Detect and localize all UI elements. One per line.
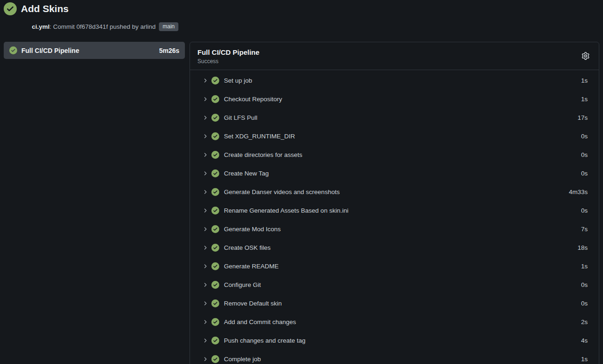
step-row[interactable]: Git LFS Pull 17s: [190, 108, 599, 127]
step-duration: 1s: [581, 263, 588, 270]
step-name: Set XDG_RUNTIME_DIR: [224, 133, 581, 140]
step-row[interactable]: Create directories for assets 0s: [190, 145, 599, 164]
step-duration: 1s: [581, 96, 588, 103]
step-duration: 0s: [581, 170, 588, 177]
step-duration: 7s: [581, 226, 588, 233]
step-row[interactable]: Set XDG_RUNTIME_DIR 0s: [190, 127, 599, 145]
step-duration: 0s: [581, 281, 588, 288]
step-success-icon: [211, 169, 219, 177]
step-success-icon: [211, 225, 219, 233]
step-success-icon: [211, 151, 219, 159]
step-duration: 0s: [581, 133, 588, 140]
step-row[interactable]: Generate Mod Icons 7s: [190, 220, 599, 238]
step-name: Create New Tag: [224, 170, 581, 177]
step-row[interactable]: Checkout Repository 1s: [190, 90, 599, 108]
sidebar-job-full-pipeline[interactable]: Full CI/CD Pipeline 5m26s: [4, 42, 185, 59]
step-name: Complete job: [224, 356, 581, 363]
commit-sha-link[interactable]: 0f678d341f: [77, 23, 108, 30]
job-name: Full CI/CD Pipeline: [21, 47, 155, 54]
step-duration: 4s: [581, 337, 588, 344]
step-success-icon: [211, 95, 219, 103]
step-success-icon: [211, 114, 219, 122]
step-success-icon: [211, 337, 219, 344]
job-success-icon: [9, 46, 17, 54]
step-duration: 1s: [581, 356, 588, 363]
chevron-right-icon[interactable]: [202, 189, 208, 195]
step-success-icon: [211, 188, 219, 196]
step-duration: 0s: [581, 151, 588, 158]
step-name: Configure Git: [224, 281, 581, 288]
step-row[interactable]: Configure Git 0s: [190, 275, 599, 294]
chevron-right-icon[interactable]: [202, 115, 208, 121]
step-duration: 17s: [577, 114, 588, 121]
chevron-right-icon[interactable]: [202, 282, 208, 288]
step-row[interactable]: Push changes and create tag 4s: [190, 331, 599, 350]
step-name: Create directories for assets: [224, 151, 581, 158]
chevron-right-icon[interactable]: [202, 319, 208, 325]
step-success-icon: [211, 355, 219, 363]
job-duration: 5m26s: [159, 47, 179, 54]
step-success-icon: [211, 262, 219, 270]
step-duration: 0s: [581, 300, 588, 307]
step-name: Remove Default skin: [224, 300, 581, 307]
step-duration: 2s: [581, 318, 588, 325]
step-duration: 0s: [581, 207, 588, 214]
chevron-right-icon[interactable]: [202, 226, 208, 232]
job-options-button[interactable]: [581, 51, 590, 62]
job-detail-header: Full CI/CD Pipeline Success: [190, 42, 599, 70]
chevron-right-icon[interactable]: [202, 356, 208, 362]
step-success-icon: [211, 207, 219, 214]
step-row[interactable]: Generate README 1s: [190, 257, 599, 275]
job-detail-title: Full CI/CD Pipeline: [197, 48, 581, 56]
step-row[interactable]: Create New Tag 0s: [190, 164, 599, 182]
step-success-icon: [211, 244, 219, 252]
chevron-right-icon[interactable]: [202, 96, 208, 102]
step-name: Set up job: [224, 77, 581, 84]
step-row[interactable]: Remove Default skin 0s: [190, 294, 599, 312]
step-row[interactable]: Rename Generated Assets Based on skin.in…: [190, 201, 599, 220]
step-row[interactable]: Create OSK files 18s: [190, 238, 599, 257]
step-success-icon: [211, 318, 219, 326]
step-name: Generate README: [224, 263, 581, 270]
run-content: Full CI/CD Pipeline 5m26s Full CI/CD Pip…: [0, 41, 603, 364]
job-detail-panel: Full CI/CD Pipeline Success Set up: [190, 42, 599, 364]
step-name: Generate Danser videos and screenshots: [224, 188, 569, 195]
step-duration: 1s: [581, 77, 588, 84]
run-title: Add Skins: [21, 2, 69, 15]
gear-icon: [582, 52, 590, 61]
job-status-text: Success: [197, 58, 581, 65]
step-success-icon: [211, 299, 219, 307]
chevron-right-icon[interactable]: [202, 152, 208, 158]
step-row[interactable]: Generate Danser videos and screenshots 4…: [190, 182, 599, 201]
chevron-right-icon[interactable]: [202, 208, 208, 214]
pushed-by-text: pushed by: [108, 23, 140, 30]
branch-badge[interactable]: main: [159, 22, 178, 31]
chevron-right-icon[interactable]: [202, 263, 208, 269]
author-link[interactable]: arlind: [140, 23, 156, 30]
run-header: Add Skins ci.yml: Commit 0f678d341f push…: [0, 0, 603, 41]
step-name: Generate Mod Icons: [224, 226, 581, 233]
workflow-file: ci.yml: [32, 23, 50, 30]
run-success-icon: [4, 2, 17, 15]
step-success-icon: [211, 77, 219, 84]
run-subtitle: ci.yml: Commit 0f678d341f pushed by arli…: [21, 16, 598, 37]
chevron-right-icon[interactable]: [202, 245, 208, 251]
step-row[interactable]: Add and Commit changes 2s: [190, 312, 599, 331]
step-name: Rename Generated Assets Based on skin.in…: [224, 207, 581, 214]
step-name: Push changes and create tag: [224, 337, 581, 344]
step-name: Create OSK files: [224, 244, 577, 251]
step-row[interactable]: Set up job 1s: [190, 71, 599, 90]
steps-list: Set up job 1s Checkout Repository 1s G: [190, 70, 599, 364]
jobs-sidebar: Full CI/CD Pipeline 5m26s: [4, 42, 185, 59]
commit-prefix: : Commit: [50, 23, 77, 30]
chevron-right-icon[interactable]: [202, 170, 208, 176]
step-name: Add and Commit changes: [224, 318, 581, 325]
chevron-right-icon[interactable]: [202, 300, 208, 306]
step-name: Checkout Repository: [224, 96, 581, 103]
chevron-right-icon[interactable]: [202, 133, 208, 139]
chevron-right-icon[interactable]: [202, 338, 208, 344]
step-row[interactable]: Complete job 1s: [190, 350, 599, 364]
chevron-right-icon[interactable]: [202, 78, 208, 84]
step-duration: 4m33s: [569, 188, 588, 195]
step-success-icon: [211, 281, 219, 289]
